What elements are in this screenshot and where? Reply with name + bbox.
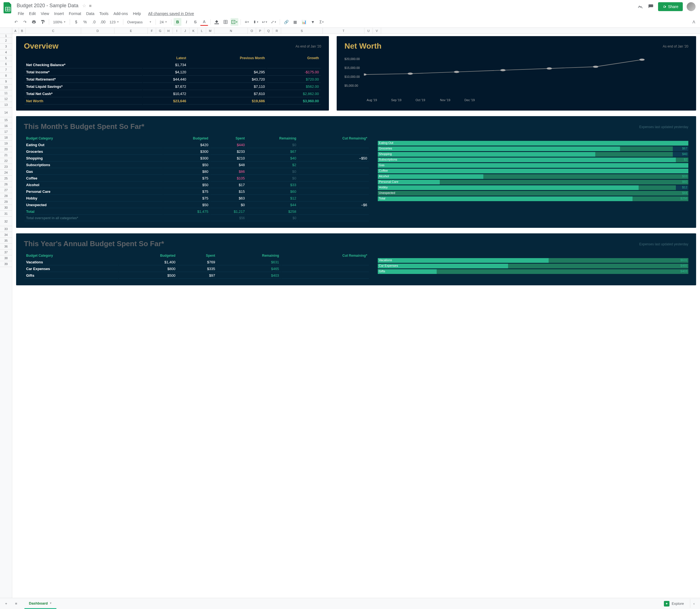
overview-card: As end of Jan '20 Overview LatestPreviou… (16, 36, 329, 110)
column-headers[interactable]: ABCDEFGHIJKLMNOPQRSTUV (0, 28, 700, 34)
svg-point-9 (407, 72, 413, 75)
budget-bar: Hobby$12 (378, 185, 688, 190)
comments-icon[interactable] (648, 3, 654, 10)
year-budget-asof: Expenses last updated yesterday (639, 242, 688, 246)
menu-tools[interactable]: Tools (97, 10, 111, 17)
svg-point-10 (454, 71, 459, 73)
paint-format-icon[interactable] (39, 18, 47, 26)
networth-chart: $20,000.00$15,000.00$10,000.00$5,000.00A… (345, 54, 688, 102)
budget-bar: Alcohol$33 (378, 174, 688, 179)
collapse-toolbar-icon[interactable]: ᐱ (690, 18, 698, 26)
explore-button[interactable]: ✦ Explore (660, 599, 688, 608)
strike-button[interactable]: S (191, 18, 199, 26)
svg-point-8 (364, 73, 367, 75)
menu-insert[interactable]: Insert (52, 10, 66, 17)
budget-bar: Total$258 (378, 196, 688, 201)
redo-icon[interactable]: ↷ (21, 18, 29, 26)
activity-icon[interactable] (637, 3, 644, 10)
undo-icon[interactable]: ↶ (12, 18, 20, 26)
link-icon[interactable]: 🔗 (282, 18, 290, 26)
menu-data[interactable]: Data (84, 10, 97, 17)
svg-point-14 (640, 58, 645, 61)
budget-bar: Unexpected$44 (378, 191, 688, 196)
networth-title: Net Worth (345, 42, 688, 51)
dec-increase-icon[interactable]: .00 (99, 18, 107, 26)
overview-asof: As end of Jan '20 (296, 45, 321, 48)
bold-button[interactable]: B (174, 18, 181, 26)
svg-point-13 (593, 66, 598, 68)
side-panel-toggle-icon[interactable]: ‹ (690, 599, 698, 608)
menu-file[interactable]: File (16, 10, 27, 17)
svg-rect-3 (214, 23, 219, 24)
budget-bar: Vacations$631 (378, 258, 688, 263)
sheet-tab-dashboard[interactable]: Dashboard▼ (24, 598, 56, 609)
budget-bar: Personal Care$60 (378, 180, 688, 185)
dec-decrease-icon[interactable]: .0 (90, 18, 98, 26)
month-budget-card: Expenses last updated yesterday This Mon… (16, 116, 696, 228)
comment-icon[interactable]: ▦ (291, 18, 299, 26)
rotate-icon[interactable]: ⤢▼ (270, 18, 278, 26)
valign-icon[interactable]: ⬍▼ (252, 18, 260, 26)
networth-card: As end of Jan '20 Net Worth $20,000.00$1… (337, 36, 696, 110)
folder-icon[interactable]: ■ (89, 3, 92, 8)
merge-icon[interactable]: ▼ (230, 18, 238, 26)
row-headers[interactable]: 1234567891011121314151617181920212223242… (0, 34, 12, 598)
networth-asof: As end of Jan '20 (663, 45, 688, 48)
year-budget-card: Expenses last updated yesterday This Yea… (16, 233, 696, 285)
spreadsheet-canvas[interactable]: As end of Jan '20 Overview LatestPreviou… (12, 34, 700, 598)
menu-help[interactable]: Help (131, 10, 143, 17)
wrap-icon[interactable]: ↩▼ (261, 18, 268, 26)
budget-bar: Gas$0 (378, 163, 688, 168)
all-sheets-icon[interactable]: ≡ (12, 600, 20, 608)
budget-bar: Gifts$403 (378, 269, 688, 274)
add-sheet-icon[interactable]: + (2, 600, 10, 608)
functions-icon[interactable]: Σ▼ (318, 18, 326, 26)
textcolor-button[interactable]: A (200, 18, 208, 26)
fillcolor-icon[interactable] (213, 18, 221, 26)
year-budget-title: This Year's Annual Budget Spent So Far* (24, 240, 688, 248)
currency-icon[interactable]: $ (72, 18, 80, 26)
budget-bar: Groceries$67 (378, 146, 688, 151)
save-status[interactable]: All changes saved in Drive (146, 10, 196, 17)
menu-view[interactable]: View (39, 10, 51, 17)
chart-icon[interactable]: 📊 (300, 18, 308, 26)
doc-title[interactable]: Budget 2020 - Sample Data (16, 2, 80, 9)
italic-button[interactable]: I (182, 18, 190, 26)
explore-icon: ✦ (664, 601, 669, 607)
toolbar: ↶ ↷ 100%▼ $ % .0 .00 123▼ Overpass▼ 24▼ … (0, 17, 700, 28)
print-icon[interactable] (30, 18, 38, 26)
budget-bar: Car Expenses$465 (378, 264, 688, 268)
svg-point-12 (547, 68, 552, 70)
avatar[interactable] (687, 2, 696, 11)
borders-icon[interactable] (222, 18, 229, 26)
font-select[interactable]: Overpass▼ (125, 19, 153, 25)
menu-add-ons[interactable]: Add-ons (111, 10, 130, 17)
percent-icon[interactable]: % (81, 18, 89, 26)
sheet-tabs-bar: + ≡ Dashboard▼ ✦ Explore ‹ (0, 598, 700, 609)
filter-icon[interactable]: ▼ (309, 18, 317, 26)
halign-icon[interactable]: ≡▼ (243, 18, 251, 26)
menu-format[interactable]: Format (67, 10, 83, 17)
fontsize-select[interactable]: 24▼ (158, 19, 169, 25)
budget-bar: Eating Out$0 (378, 141, 688, 145)
overview-title: Overview (24, 42, 321, 51)
numfmt-select[interactable]: 123▼ (108, 19, 121, 25)
menubar: FileEditViewInsertFormatDataToolsAdd-ons… (16, 10, 635, 17)
budget-bar: Subscriptions$2 (378, 158, 688, 162)
star-icon[interactable]: ☆ (82, 3, 86, 8)
month-budget-asof: Expenses last updated yesterday (639, 125, 688, 129)
budget-bar: Coffee$0 (378, 169, 688, 173)
zoom-select[interactable]: 100%▼ (51, 19, 68, 25)
month-budget-title: This Month's Budget Spent So Far* (24, 122, 688, 131)
menu-edit[interactable]: Edit (27, 10, 38, 17)
budget-bar: Shopping$40 (378, 152, 688, 157)
share-button[interactable]: Share (658, 2, 683, 11)
sheets-logo[interactable] (2, 2, 13, 13)
svg-point-11 (500, 69, 506, 71)
